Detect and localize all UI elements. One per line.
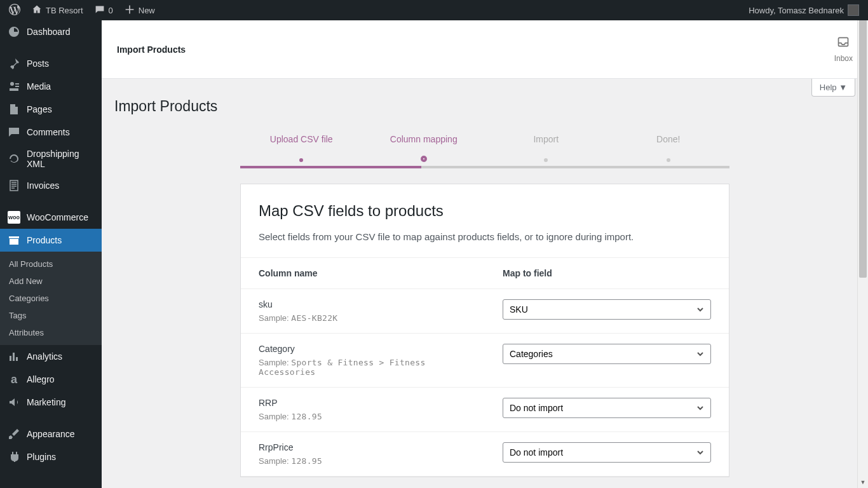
sidebar-item-comments[interactable]: Comments xyxy=(0,121,102,144)
invoice-icon xyxy=(8,179,20,192)
column-sample: Sample: Sports & Fitness > Fitness Acces… xyxy=(259,358,467,377)
progress-dot xyxy=(541,156,550,165)
column-name-header: Column name xyxy=(241,258,485,289)
plus-icon xyxy=(125,4,135,17)
sidebar-item-pages[interactable]: Pages xyxy=(0,98,102,121)
inbox-label: Inbox xyxy=(834,54,853,63)
plugin-icon xyxy=(8,451,20,463)
map-field-select[interactable]: Categories xyxy=(503,344,711,364)
page-title: Import Products xyxy=(114,98,855,115)
progress-step-upload: Upload CSV file xyxy=(240,134,363,165)
progress-step-mapping: Column mapping xyxy=(363,134,485,165)
sidebar-item-invoices[interactable]: Invoices xyxy=(0,174,102,197)
map-to-field-header: Map to field xyxy=(485,258,729,289)
progress-step-import: Import xyxy=(485,134,607,165)
account-menu[interactable]: Howdy, Tomasz Bednarek xyxy=(745,0,863,20)
progress-label: Done! xyxy=(607,134,730,144)
progress-fill xyxy=(240,166,421,168)
avatar-icon xyxy=(848,4,859,16)
brush-icon xyxy=(8,428,20,440)
sidebar-item-analytics[interactable]: Analytics xyxy=(0,345,102,368)
dashboard-icon xyxy=(8,25,20,38)
progress-label: Column mapping xyxy=(363,134,485,144)
woo-icon: woo xyxy=(8,211,20,224)
admin-sidebar: Dashboard Posts Media Pages Comments Dro… xyxy=(0,20,102,488)
comment-icon xyxy=(95,4,105,17)
scrollbar-thumb[interactable] xyxy=(859,11,867,278)
progress-dot xyxy=(297,156,306,165)
sidebar-item-label: Pages xyxy=(27,104,52,114)
import-progress: Upload CSV file Column mapping Import Do… xyxy=(240,134,729,165)
map-field-select[interactable]: SKU xyxy=(503,299,711,320)
sidebar-item-products[interactable]: Products xyxy=(0,229,102,252)
submenu-attributes[interactable]: Attributes xyxy=(0,324,102,341)
new-content-link[interactable]: New xyxy=(121,0,159,20)
column-name: RRP xyxy=(259,398,467,408)
map-field-select[interactable]: Do not import xyxy=(503,398,711,418)
sidebar-item-label: Media xyxy=(27,81,51,92)
comment-icon xyxy=(8,126,20,139)
progress-label: Import xyxy=(485,134,607,144)
progress-step-done: Done! xyxy=(607,134,730,165)
sidebar-item-label: Products xyxy=(27,235,62,245)
sidebar-item-label: Analytics xyxy=(27,351,62,362)
sidebar-item-label: Plugins xyxy=(27,452,56,462)
media-icon xyxy=(8,80,20,93)
sidebar-item-label: Allegro xyxy=(27,374,55,384)
pin-icon xyxy=(8,57,20,70)
submenu-tags[interactable]: Tags xyxy=(0,307,102,324)
table-row: RRP Sample: 128.95 Do not import xyxy=(241,388,729,432)
card-heading: Map CSV fields to products xyxy=(259,202,711,220)
comments-link[interactable]: 0 xyxy=(91,0,117,20)
content-wrap: Help ▼ Import Products Upload CSV file C… xyxy=(102,79,868,488)
inbox-button[interactable]: Inbox xyxy=(834,36,853,63)
refresh-icon xyxy=(8,152,20,165)
new-label: New xyxy=(139,6,155,15)
column-sample: Sample: 128.95 xyxy=(259,456,467,466)
sidebar-item-dropshipping[interactable]: Dropshipping XML xyxy=(0,144,102,174)
progress-dot xyxy=(421,156,427,162)
admin-toolbar: TB Resort 0 New Howdy, Tomasz Bednarek xyxy=(0,0,868,20)
sidebar-item-label: Comments xyxy=(27,127,70,137)
submenu-add-new[interactable]: Add New xyxy=(0,273,102,290)
sidebar-item-posts[interactable]: Posts xyxy=(0,52,102,75)
sidebar-item-plugins[interactable]: Plugins xyxy=(0,445,102,468)
products-submenu: All Products Add New Categories Tags Att… xyxy=(0,252,102,345)
map-field-select[interactable]: Do not import xyxy=(503,442,711,463)
mapping-card: Map CSV fields to products Select fields… xyxy=(240,184,729,477)
sidebar-item-label: Dropshipping XML xyxy=(27,149,94,169)
greeting-text: Howdy, Tomasz Bednarek xyxy=(749,6,844,15)
main-content: Import Products Inbox Help ▼ Import Prod… xyxy=(102,20,868,488)
column-name: Category xyxy=(259,344,467,354)
sidebar-item-allegro[interactable]: a Allegro xyxy=(0,368,102,391)
column-name: RrpPrice xyxy=(259,442,467,452)
submenu-categories[interactable]: Categories xyxy=(0,290,102,307)
sidebar-item-label: Dashboard xyxy=(27,27,71,37)
megaphone-icon xyxy=(8,396,20,409)
sidebar-item-appearance[interactable]: Appearance xyxy=(0,423,102,445)
column-sample: Sample: AES-KB22K xyxy=(259,313,467,323)
progress-label: Upload CSV file xyxy=(240,134,363,144)
submenu-all-products[interactable]: All Products xyxy=(0,255,102,273)
wordpress-icon xyxy=(9,4,20,17)
sidebar-item-label: Invoices xyxy=(27,180,59,191)
help-tab[interactable]: Help ▼ xyxy=(811,79,855,97)
table-row: sku Sample: AES-KB22K SKU xyxy=(241,289,729,334)
site-name-link[interactable]: TB Resort xyxy=(28,0,87,20)
chart-icon xyxy=(8,350,20,363)
scrollbar[interactable]: ▲ ▼ xyxy=(857,0,868,488)
page-icon xyxy=(8,103,20,116)
wp-logo-menu[interactable] xyxy=(5,0,24,20)
column-sample: Sample: 128.95 xyxy=(259,412,467,421)
card-description: Select fields from your CSV file to map … xyxy=(259,231,711,242)
header-title: Import Products xyxy=(117,44,186,55)
site-name: TB Resort xyxy=(46,6,83,15)
sidebar-item-dashboard[interactable]: Dashboard xyxy=(0,20,102,43)
inbox-icon xyxy=(834,36,853,51)
sidebar-item-label: Appearance xyxy=(27,429,75,439)
archive-icon xyxy=(8,234,20,247)
scrollbar-down-icon[interactable]: ▼ xyxy=(858,477,868,488)
sidebar-item-media[interactable]: Media xyxy=(0,75,102,98)
sidebar-item-marketing[interactable]: Marketing xyxy=(0,391,102,414)
sidebar-item-woocommerce[interactable]: woo WooCommerce xyxy=(0,206,102,229)
